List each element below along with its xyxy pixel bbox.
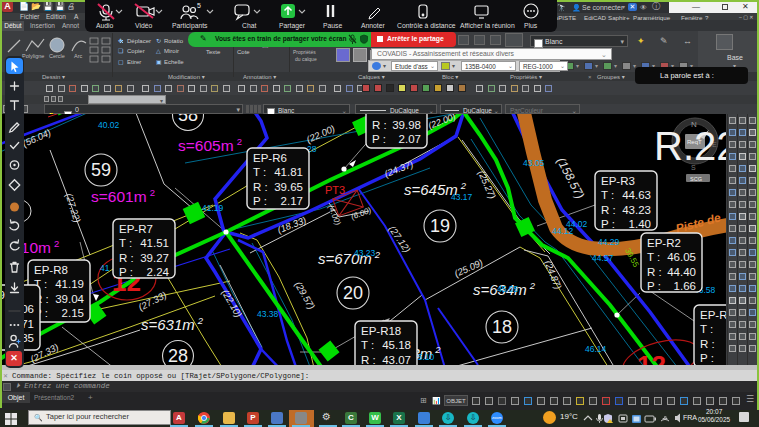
svg-text:2.07: 2.07 (399, 133, 421, 145)
svg-text:18: 18 (492, 317, 512, 337)
svg-text:EP-R2: EP-R2 (647, 237, 681, 249)
svg-text:43.23: 43.23 (622, 204, 651, 216)
svg-text:43.07: 43.07 (382, 354, 411, 366)
svg-text:P :: P : (601, 218, 615, 230)
svg-text:2.24: 2.24 (147, 266, 170, 278)
svg-text:39.27: 39.27 (140, 252, 169, 264)
svg-text:T :: T : (361, 339, 374, 351)
svg-text:45.05: 45.05 (497, 284, 519, 294)
svg-text:46.05: 46.05 (667, 251, 696, 263)
svg-text:P :: P : (119, 266, 133, 278)
svg-text:T :: T : (119, 237, 132, 249)
svg-text:s=631m2: s=631m2 (141, 315, 204, 333)
svg-text:42.00: 42.00 (392, 104, 421, 116)
svg-text:PT3: PT3 (325, 184, 345, 196)
svg-text:40.02: 40.02 (98, 120, 120, 130)
svg-text:28: 28 (168, 346, 188, 366)
svg-text:T :: T : (700, 323, 713, 335)
svg-text:43.38: 43.38 (257, 309, 279, 319)
svg-text:EP-R18: EP-R18 (361, 325, 401, 337)
svg-text:1.40: 1.40 (629, 218, 651, 230)
svg-text:41.51: 41.51 (140, 237, 169, 249)
svg-text:44.57: 44.57 (592, 253, 614, 263)
svg-text:P :: P : (372, 133, 386, 145)
svg-text:P :: P : (253, 195, 267, 207)
svg-text:43.05: 43.05 (523, 158, 545, 168)
svg-text:R :: R : (361, 354, 376, 366)
svg-text:43.23: 43.23 (354, 248, 376, 258)
svg-text:EP-R5: EP-R5 (372, 90, 406, 102)
svg-text:5: 5 (197, 2, 201, 9)
svg-text:44.29: 44.29 (598, 237, 620, 247)
svg-text:2.17: 2.17 (281, 195, 303, 207)
svg-text:39.04: 39.04 (55, 293, 84, 305)
svg-text:R :: R : (372, 119, 387, 131)
svg-text:T :: T : (253, 166, 266, 178)
svg-text:44.40: 44.40 (667, 266, 696, 278)
svg-text:44.63: 44.63 (622, 189, 651, 201)
svg-text:44.12: 44.12 (552, 226, 574, 236)
svg-text:T :: T : (601, 189, 614, 201)
svg-text:s=601m2: s=601m2 (91, 187, 155, 205)
svg-text:R :: R : (119, 252, 134, 264)
svg-text:19: 19 (430, 216, 450, 236)
svg-text:39.65: 39.65 (274, 181, 303, 193)
svg-text:EP-R3: EP-R3 (601, 175, 635, 187)
svg-text:EP-R6: EP-R6 (253, 152, 287, 164)
svg-text:R :: R : (253, 181, 268, 193)
svg-text:41.19: 41.19 (202, 203, 224, 213)
svg-text:59: 59 (91, 160, 111, 180)
svg-text:EP-R7: EP-R7 (119, 223, 153, 235)
svg-text:41.81: 41.81 (274, 166, 303, 178)
svg-text:P :: P : (647, 280, 661, 292)
svg-text:EP-R8: EP-R8 (34, 264, 68, 276)
svg-text:1.66: 1.66 (674, 280, 696, 292)
svg-text:P :: P : (700, 352, 714, 364)
svg-text:(130: (130 (58, 102, 74, 115)
svg-text:39.98: 39.98 (392, 119, 421, 131)
svg-text:s=605m2: s=605m2 (178, 136, 242, 154)
svg-text:T :: T : (372, 104, 385, 116)
svg-text:43.17: 43.17 (451, 192, 473, 202)
svg-text:20: 20 (343, 283, 363, 303)
svg-text:T :: T : (647, 251, 660, 263)
svg-text:46.14: 46.14 (585, 344, 607, 354)
svg-text:41.19: 41.19 (55, 278, 84, 290)
svg-text:2.15: 2.15 (62, 307, 84, 319)
svg-text:SCG: SCG (690, 176, 702, 182)
svg-text:R :: R : (700, 338, 715, 350)
svg-text:45.18: 45.18 (382, 339, 411, 351)
svg-text:R :: R : (647, 266, 662, 278)
svg-text:58: 58 (178, 105, 198, 125)
svg-text:41: 41 (100, 263, 110, 273)
svg-text:R :: R : (601, 204, 616, 216)
